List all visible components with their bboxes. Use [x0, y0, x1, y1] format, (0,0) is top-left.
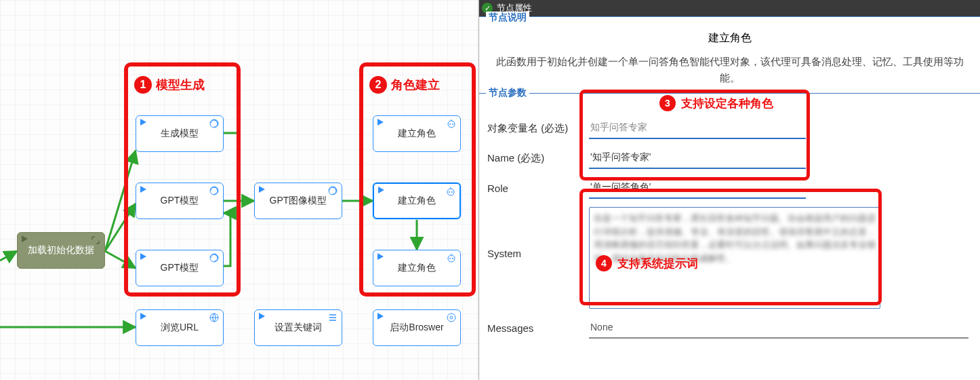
annotation-frame-2: [359, 62, 476, 297]
annotation-label: 角色建立: [391, 77, 440, 93]
node-label: GPT图像模型: [270, 195, 327, 207]
badge-number-icon: 2: [369, 76, 387, 94]
group-legend: 节点参数: [486, 87, 529, 99]
target-icon: [446, 312, 457, 323]
node-label: 浏览URL: [161, 322, 199, 334]
properties-panel: ✓ 节点属性 节点说明 建立角色 此函数用于初始化并创建一个单一问答角色智能代理…: [478, 0, 980, 380]
flow-canvas[interactable]: 加载初始化数据 生成模型 GPT模型 GPT图像模型 GPT模型 建立: [0, 0, 478, 380]
annotation-badge-1: 1 模型生成: [134, 76, 205, 94]
description-body: 此函数用于初始化并创建一个单一问答角色智能代理对象，该代理可具备消息处理、记忆、…: [487, 54, 972, 86]
annotation-label: 模型生成: [156, 77, 205, 93]
play-icon: [259, 313, 265, 320]
node-label: 启动Broswer: [390, 322, 443, 334]
annotation-label: 支持设定各种角色: [681, 96, 773, 111]
svg-point-15: [450, 316, 453, 319]
param-label: Role: [487, 183, 589, 194]
play-icon: [22, 235, 28, 242]
badge-number-icon: 4: [596, 255, 612, 271]
node-description-group: 节点说明 建立角色 此函数用于初始化并创建一个单一问答角色智能代理对象，该代理可…: [479, 16, 980, 93]
node-gpt-image[interactable]: GPT图像模型: [254, 183, 342, 219]
annotation-frame-1: [124, 62, 241, 297]
group-legend: 节点说明: [486, 12, 529, 24]
annotation-label: 支持系统提示词: [617, 256, 698, 271]
play-icon: [377, 313, 384, 320]
node-launch-browser[interactable]: 启动Broswer: [373, 309, 461, 346]
node-set-keywords[interactable]: 设置关键词: [254, 309, 342, 346]
badge-number-icon: 3: [659, 95, 676, 111]
annotation-frame-4: [579, 189, 882, 305]
param-label: Name (必选): [487, 152, 589, 165]
node-init-data[interactable]: 加载初始化数据: [17, 232, 105, 269]
svg-point-14: [447, 314, 455, 322]
globe-icon: [209, 312, 220, 323]
param-label: System: [487, 248, 589, 259]
node-label: 设置关键词: [274, 322, 322, 334]
list-icon: [327, 312, 338, 323]
annotation-badge-2: 2 角色建立: [369, 76, 440, 94]
annotation-badge-4: 4 支持系统提示词: [596, 255, 698, 271]
play-icon: [259, 186, 265, 193]
node-params-group: 节点参数 对象变量名 (必选) Name (必选) Role System 你是…: [479, 93, 980, 380]
param-row-messages: Messages: [487, 317, 972, 339]
description-title: 建立角色: [487, 31, 972, 45]
node-browse-url[interactable]: 浏览URL: [136, 309, 224, 346]
branch-icon: [90, 235, 101, 246]
messages-input[interactable]: [589, 317, 968, 339]
fan-icon: [327, 185, 338, 196]
svg-point-2: [329, 187, 337, 195]
panel-title-bar: ✓ 节点属性: [479, 0, 980, 16]
annotation-badge-3: 3 支持设定各种角色: [659, 95, 773, 111]
param-label: Messages: [487, 322, 589, 334]
node-label: 加载初始化数据: [28, 244, 94, 256]
badge-number-icon: 1: [134, 76, 152, 94]
play-icon: [140, 313, 146, 320]
param-label: 对象变量名 (必选): [487, 122, 589, 135]
